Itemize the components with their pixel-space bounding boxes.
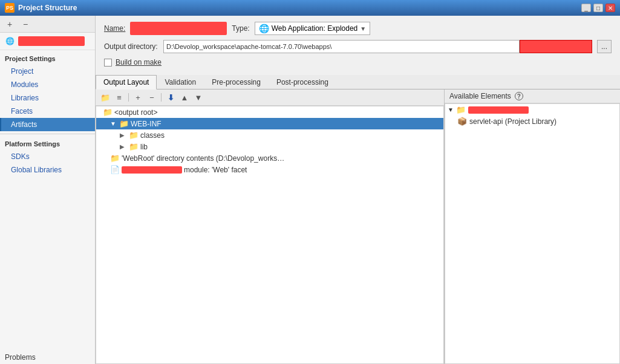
type-dropdown-arrow: ▼ — [360, 25, 366, 32]
window-title: Project Structure — [18, 4, 77, 12]
toolbar-separator-2 — [161, 93, 162, 102]
build-on-make-row: Build on make — [104, 58, 612, 67]
avail-item-servlet-api[interactable]: 📦 servlet-api (Project Library) — [445, 115, 619, 127]
tree-arrow: ▼ — [110, 120, 117, 127]
module-icon: 📄 — [110, 165, 120, 174]
sidebar-item-modules[interactable]: Modules — [0, 78, 95, 91]
sidebar-item-artifacts[interactable]: Artifacts — [0, 118, 95, 131]
output-dir-redacted[interactable] — [520, 40, 592, 53]
module-name-redacted — [122, 166, 182, 174]
tab-pre-processing[interactable]: Pre-processing — [204, 75, 269, 89]
folder-icon: 📁 — [119, 119, 129, 128]
tree-item-label: classes — [140, 131, 165, 140]
problems-section: Problems — [0, 348, 95, 364]
sidebar: + − 🌐 Project Settings Project Modules L… — [0, 16, 96, 364]
project-settings-label: Project Settings — [0, 50, 95, 65]
tree-item-label: 'WebRoot' directory contents (D:\Devolop… — [122, 154, 284, 163]
main-layout: + − 🌐 Project Settings Project Modules L… — [0, 16, 620, 364]
folder-icon: 📁 — [110, 154, 120, 163]
group-arrow: ▼ — [448, 106, 454, 113]
type-value: Web Application: Exploded — [272, 24, 358, 33]
type-icon: 🌐 — [259, 24, 269, 33]
output-dir-input-wrap — [163, 40, 592, 53]
build-on-make-checkbox[interactable] — [104, 59, 112, 67]
tree-item-webroot[interactable]: 📁 'WebRoot' directory contents (D:\Devol… — [96, 152, 443, 164]
group-name-redacted — [468, 106, 529, 114]
output-dir-label: Output directory: — [104, 42, 158, 51]
tree-item-module-web[interactable]: 📄 module: 'Web' facet — [96, 164, 443, 175]
available-elements-header: Available Elements ? — [445, 89, 620, 103]
available-elements-label: Available Elements — [449, 92, 511, 100]
artifact-icon: 🌐 — [4, 35, 16, 47]
tab-output-layout[interactable]: Output Layout — [96, 75, 157, 89]
tree-item-suffix: module: 'Web' facet — [184, 166, 247, 174]
sidebar-item-project[interactable]: Project — [0, 65, 95, 78]
tab-content: 📁 ≡ + − ⬇ ▲ ▼ 📁 <output root> — [96, 89, 620, 364]
tabs-bar: Output Layout Validation Pre-processing … — [96, 75, 620, 89]
avail-item-label: servlet-api (Project Library) — [469, 117, 556, 126]
problems-link[interactable]: Problems — [5, 353, 36, 362]
add-artifact-button[interactable]: + — [4, 18, 16, 30]
tree-item-classes[interactable]: ▶ 📁 classes — [96, 129, 443, 141]
app-icon: PS — [5, 3, 15, 13]
tree-item-lib[interactable]: ▶ 📁 lib — [96, 141, 443, 152]
sidebar-toolbar: + − — [0, 16, 95, 33]
available-tree: ▼ 📁 📦 servlet-api (Project Library) — [445, 103, 620, 364]
artifact-name-redacted — [18, 36, 85, 46]
folder-icon: 📁 — [129, 142, 139, 151]
remove-element-button[interactable]: − — [146, 91, 158, 103]
title-bar-controls: _ □ ✕ — [581, 4, 615, 12]
remove-artifact-button[interactable]: − — [19, 18, 31, 30]
tree-arrow: ▶ — [120, 143, 127, 150]
help-icon[interactable]: ? — [515, 92, 523, 100]
browse-button[interactable]: ... — [597, 40, 612, 53]
avail-group-header[interactable]: ▼ 📁 — [445, 104, 619, 115]
build-on-make-label: Build on make — [116, 58, 162, 67]
folder-icon: 📁 — [103, 108, 113, 117]
type-label: Type: — [232, 24, 249, 33]
left-panel: 📁 ≡ + − ⬇ ▲ ▼ 📁 <output root> — [96, 89, 445, 364]
tree-item-label: <output root> — [114, 108, 157, 117]
sidebar-item-facets[interactable]: Facets — [0, 105, 95, 118]
platform-settings-label: Platform Settings — [0, 134, 95, 150]
name-row: Name: Type: 🌐 Web Application: Exploded … — [104, 22, 612, 35]
move-into-button[interactable]: ⬇ — [165, 91, 177, 103]
sidebar-item-sdks[interactable]: SDKs — [0, 150, 95, 163]
list-view-button[interactable]: ≡ — [113, 91, 125, 103]
title-bar: PS Project Structure _ □ ✕ — [0, 0, 620, 16]
move-down-button[interactable]: ▼ — [192, 91, 204, 103]
show-content-button[interactable]: 📁 — [99, 91, 111, 103]
type-select[interactable]: 🌐 Web Application: Exploded ▼ — [255, 22, 370, 35]
tab-validation[interactable]: Validation — [157, 75, 204, 89]
tree-item-web-inf[interactable]: ▼ 📁 WEB-INF — [96, 118, 443, 129]
group-icon: 📁 — [456, 105, 466, 114]
maximize-button[interactable]: □ — [593, 4, 603, 12]
panel-toolbar: 📁 ≡ + − ⬇ ▲ ▼ — [96, 89, 444, 106]
right-panel: Available Elements ? ▼ 📁 📦 servlet-api (… — [445, 89, 620, 364]
tab-post-processing[interactable]: Post-processing — [269, 75, 336, 89]
sidebar-item-global-libraries[interactable]: Global Libraries — [0, 163, 95, 177]
name-label: Name: — [104, 24, 125, 33]
name-input-redacted[interactable] — [130, 22, 227, 35]
sidebar-item-libraries[interactable]: Libraries — [0, 91, 95, 105]
close-button[interactable]: ✕ — [605, 4, 615, 12]
library-icon: 📦 — [457, 117, 467, 126]
content-form: Name: Type: 🌐 Web Application: Exploded … — [96, 16, 620, 75]
tree-arrow: ▶ — [120, 132, 127, 138]
folder-icon: 📁 — [129, 131, 139, 140]
output-dir-row: Output directory: ... — [104, 40, 612, 53]
artifact-list-item[interactable]: 🌐 — [0, 33, 95, 50]
tree-item-label: WEB-INF — [131, 120, 162, 128]
minimize-button[interactable]: _ — [581, 4, 591, 12]
tree-area: 📁 <output root> ▼ 📁 WEB-INF ▶ 📁 — [96, 106, 444, 364]
output-dir-prefix-input[interactable] — [163, 40, 520, 53]
move-up-button[interactable]: ▲ — [178, 91, 191, 103]
tree-item-output-root[interactable]: 📁 <output root> — [96, 106, 443, 118]
toolbar-separator-1 — [128, 93, 129, 102]
add-element-button[interactable]: + — [132, 91, 144, 103]
title-bar-left: PS Project Structure — [5, 3, 77, 13]
content-area: Name: Type: 🌐 Web Application: Exploded … — [96, 16, 620, 364]
tree-item-label: lib — [140, 143, 148, 151]
